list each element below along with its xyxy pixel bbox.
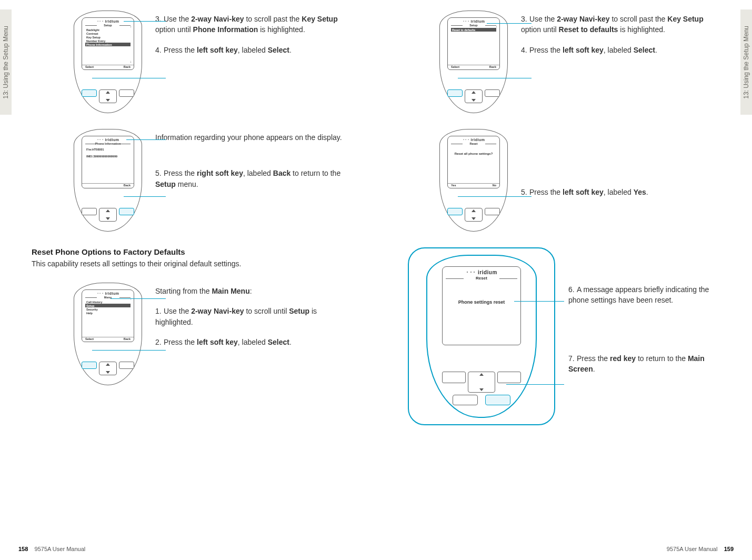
page-number: 159: [724, 546, 734, 552]
fw-line: F/w:HT08001: [85, 147, 131, 151]
phone-illustration: ᛫᛫᛫ iridium Menu ↑ Call History Setup Se…: [74, 283, 142, 385]
left-softkey-label: Select: [85, 65, 94, 68]
section-heading: Reset Phone Options to Factory Defaults: [32, 247, 344, 256]
step-row: ᛫᛫᛫ iridium Reset Phone settings reset: [408, 247, 720, 425]
brand-label: ᛫᛫᛫ iridium: [448, 19, 499, 23]
green-key[interactable]: [453, 395, 478, 405]
screen-title: Reset: [446, 276, 517, 281]
right-soft-key[interactable]: [119, 89, 134, 97]
step-1: 1.Use the 2-way Navi-key to scroll until…: [155, 306, 344, 327]
right-softkey-label: Back: [124, 337, 131, 341]
softkey-buttons: [447, 208, 500, 222]
call-keys-row: [442, 395, 521, 405]
softkey-buttons: [447, 89, 500, 103]
red-key[interactable]: [485, 395, 510, 405]
screen-title: Reset: [451, 142, 496, 145]
right-soft-key[interactable]: [497, 372, 521, 383]
callout-line: [514, 301, 564, 302]
left-soft-key[interactable]: [442, 372, 466, 383]
nav-up-icon: [472, 209, 476, 212]
keypad: [82, 362, 134, 377]
navi-key[interactable]: [465, 89, 483, 103]
starting-text: Starting from the Main Menu:: [155, 286, 344, 296]
instruction-block: Starting from the Main Menu: 1.Use the 2…: [155, 283, 344, 357]
step-row: ᛫᛫᛫ iridium Reset Reset all phone settin…: [439, 129, 720, 232]
left-soft-key[interactable]: [82, 89, 97, 97]
left-soft-key[interactable]: [82, 362, 97, 369]
callout-line: [458, 78, 532, 78]
callout-line: [124, 21, 166, 22]
step-row: ᛫᛫᛫ iridium Phone Information F/w:HT0800…: [74, 129, 344, 232]
left-soft-key[interactable]: [447, 89, 463, 97]
menu-item: Contrast: [85, 32, 131, 35]
doc-title: 9575A User Manual: [667, 546, 718, 552]
nav-up-icon: [106, 209, 110, 212]
nav-down-icon: [106, 217, 110, 220]
instruction-block: 5.Press the left soft key, labeled Yes.: [521, 129, 720, 207]
navi-key[interactable]: [99, 89, 117, 103]
menu-list: Call History Setup Security Help: [85, 300, 131, 315]
navi-key[interactable]: [99, 362, 117, 375]
callout-line: [92, 78, 166, 78]
right-softkey-label: Back: [124, 65, 131, 68]
info-body: F/w:HT08001 IMEI:399999999999999: [85, 147, 131, 158]
phone-illustration-large: ᛫᛫᛫ iridium Reset Phone settings reset: [408, 247, 555, 425]
chapter-tab-label: 13: Using the Setup Menu: [743, 26, 750, 99]
step-3: 3.Use the 2-way Navi-key to scroll past …: [521, 14, 720, 35]
page-159: 13: Using the Setup Menu ᛫᛫᛫ iridium Set…: [376, 0, 752, 560]
page-number: 158: [18, 546, 28, 552]
left-soft-key[interactable]: [447, 208, 463, 215]
left-softkey-label: Yes: [451, 184, 456, 187]
softkey-buttons: [442, 372, 521, 393]
page-footer: 9575A User Manual 159: [667, 546, 734, 552]
phone-illustration: ᛫᛫᛫ iridium Setup ↑ Reset to defaults Se…: [439, 11, 508, 113]
brand-label: ᛫᛫᛫ iridium: [443, 269, 520, 275]
phone-screen: ᛫᛫᛫ iridium Reset Phone settings reset: [442, 266, 521, 345]
phone-device: ᛫᛫᛫ iridium Reset Reset all phone settin…: [439, 129, 508, 232]
left-softkey-label: Select: [451, 65, 459, 68]
imei-line: IMEI:399999999999999: [85, 154, 131, 158]
callout-line: [92, 350, 166, 351]
phone-screen: ᛫᛫᛫ iridium Setup ↑ Backlight Contrast K…: [82, 17, 134, 70]
navi-key[interactable]: [468, 372, 495, 393]
phone-screen: ᛫᛫᛫ iridium Phone Information F/w:HT0800…: [82, 136, 134, 188]
down-arrow-icon: ↓: [130, 60, 132, 63]
right-soft-key[interactable]: [119, 362, 134, 369]
step-6: 6.A message appears briefly indicating t…: [568, 284, 720, 306]
step-5: 5.Press the right soft key, labeled Back…: [155, 168, 344, 189]
right-soft-key[interactable]: [119, 208, 134, 215]
callout-line: [111, 298, 166, 299]
page-footer: 158 9575A User Manual: [18, 546, 85, 552]
reset-message: Phone settings reset: [443, 299, 520, 306]
chapter-tab: 13: Using the Setup Menu: [0, 9, 12, 115]
phone-illustration: ᛫᛫᛫ iridium Phone Information F/w:HT0800…: [74, 129, 142, 232]
right-soft-key[interactable]: [485, 208, 500, 215]
left-softkey-label: Select: [85, 337, 94, 341]
right-softkey-label: Back: [124, 184, 131, 187]
callout-line: [458, 196, 532, 197]
right-soft-key[interactable]: [485, 89, 500, 97]
nav-up-icon: [472, 91, 476, 94]
callout-line: [487, 23, 532, 24]
step-2: 2.Press the left soft key, labeled Selec…: [155, 337, 344, 347]
phone-device: ᛫᛫᛫ iridium Setup ↑ Reset to defaults Se…: [439, 11, 508, 113]
phone-info-text: Information regarding your phone appears…: [155, 132, 344, 143]
menu-item-highlighted: Reset to defaults: [451, 28, 496, 32]
nav-down-icon: [106, 99, 110, 102]
phone-screen: ᛫᛫᛫ iridium Menu ↑ Call History Setup Se…: [82, 289, 134, 342]
chapter-tab: 13: Using the Setup Menu: [740, 9, 752, 115]
screen-title: Setup: [85, 24, 131, 27]
navi-key[interactable]: [465, 208, 483, 222]
step-4: 4.Press the left soft key, labeled Selec…: [521, 45, 720, 55]
left-soft-key[interactable]: [82, 208, 97, 215]
up-arrow-icon: ↑: [496, 25, 497, 28]
chapter-tab-label: 13: Using the Setup Menu: [2, 26, 9, 99]
callout-line: [126, 139, 166, 140]
softkey-row: Select Back: [82, 65, 134, 68]
phone-device: ᛫᛫᛫ iridium Phone Information F/w:HT0800…: [74, 129, 142, 232]
step-row: ᛫᛫᛫ iridium Menu ↑ Call History Setup Se…: [74, 283, 344, 385]
menu-item-highlighted: Phone Information: [85, 43, 131, 46]
page-158: 13: Using the Setup Menu ᛫᛫᛫ iridium Set…: [0, 0, 376, 560]
navi-key[interactable]: [99, 208, 117, 222]
phone-device: ᛫᛫᛫ iridium Setup ↑ Backlight Contrast K…: [74, 11, 142, 113]
